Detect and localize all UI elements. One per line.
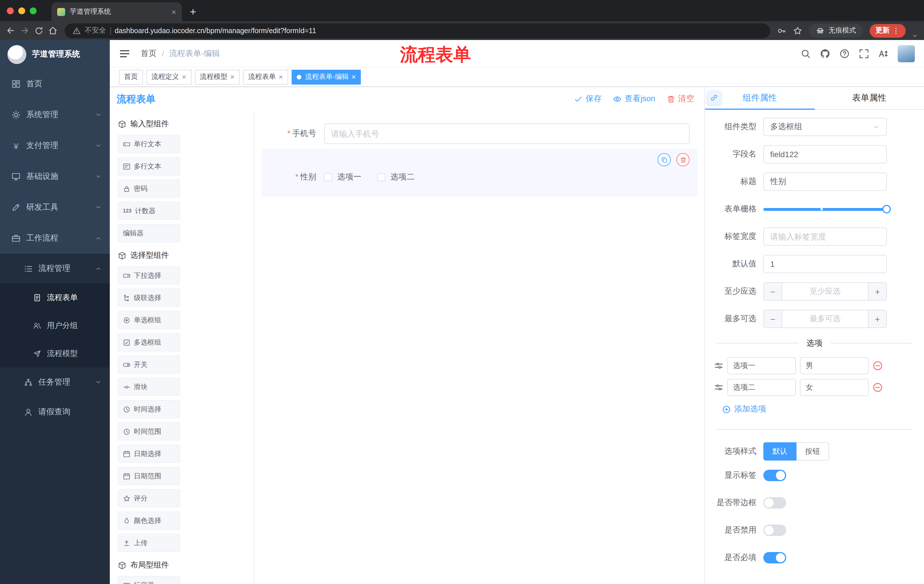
- close-icon[interactable]: ×: [182, 73, 186, 81]
- palette-item-counter[interactable]: 123计数器: [118, 202, 180, 220]
- reload-icon[interactable]: [34, 26, 43, 35]
- palette-item-color[interactable]: 颜色选择: [118, 512, 180, 530]
- palette-item-date[interactable]: 日期选择: [118, 444, 180, 463]
- clear-button[interactable]: 清空: [667, 94, 694, 104]
- breadcrumb-home[interactable]: 首页: [141, 48, 157, 59]
- increase-button[interactable]: +: [868, 310, 886, 327]
- palette-item-rate[interactable]: 评分: [118, 489, 180, 507]
- palette-item-password[interactable]: 密码: [118, 179, 180, 198]
- field-name-input[interactable]: [763, 145, 887, 163]
- add-option-button[interactable]: 添加选项: [722, 404, 916, 414]
- style-default-button[interactable]: 默认: [763, 442, 797, 461]
- sidebar-item-infra[interactable]: 基础设施: [0, 161, 110, 192]
- label-width-input[interactable]: [763, 227, 887, 246]
- canvas-field-phone[interactable]: *手机号: [261, 123, 698, 144]
- tag-process-form[interactable]: 流程表单×: [243, 69, 288, 84]
- palette-item-multi-text[interactable]: 多行文本: [118, 157, 180, 175]
- sidebar-item-process-form[interactable]: 流程表单: [0, 283, 110, 311]
- decrease-button[interactable]: −: [764, 283, 782, 300]
- style-button-button[interactable]: 按钮: [797, 442, 829, 461]
- palette-item-editor[interactable]: 编辑器: [118, 224, 180, 242]
- palette-item-select[interactable]: 下拉选择: [118, 266, 180, 285]
- palette-item-checkbox-group[interactable]: 多选框组: [118, 333, 180, 351]
- palette-item-date-range[interactable]: 日期范围: [118, 467, 180, 485]
- sidebar-item-system[interactable]: 系统管理: [0, 99, 110, 130]
- browser-tab[interactable]: 芋道管理系统 ×: [51, 2, 182, 21]
- new-tab-button[interactable]: +: [190, 6, 196, 17]
- tab-component-props[interactable]: 组件属性: [705, 87, 815, 109]
- sidebar-item-process-model[interactable]: 流程模型: [0, 339, 110, 367]
- palette-item-upload[interactable]: 上传: [118, 534, 180, 552]
- sidebar-item-leave-query[interactable]: 请假查询: [0, 397, 110, 427]
- drag-handle-icon[interactable]: [714, 383, 723, 392]
- back-icon[interactable]: [6, 26, 15, 35]
- tag-process-definition[interactable]: 流程定义×: [146, 69, 191, 84]
- forward-icon[interactable]: [20, 26, 30, 35]
- tag-home[interactable]: 首页: [119, 69, 143, 84]
- user-avatar[interactable]: [898, 45, 915, 62]
- palette-item-single-text[interactable]: 单行文本: [118, 135, 180, 153]
- view-json-button[interactable]: 查看json: [613, 94, 655, 104]
- max-select-placeholder[interactable]: 最多可选: [782, 310, 868, 327]
- search-icon[interactable]: [800, 48, 811, 59]
- sidebar-item-devtools[interactable]: 研发工具: [0, 192, 110, 223]
- checkbox-option-1[interactable]: 选项一: [324, 172, 361, 182]
- copy-component-button[interactable]: [658, 153, 671, 166]
- component-type-select[interactable]: 多选框组: [763, 118, 887, 136]
- tab-form-props[interactable]: 表单属性: [815, 87, 924, 109]
- update-menu-chevron-icon[interactable]: [911, 32, 918, 39]
- sidebar-item-user-group[interactable]: 用户分组: [0, 311, 110, 339]
- sidebar-item-task-mgmt[interactable]: 任务管理: [0, 367, 110, 397]
- canvas-field-gender-selected[interactable]: *性别 选项一 选项二: [261, 148, 698, 197]
- checkbox-option-2[interactable]: 选项二: [377, 172, 414, 182]
- show-label-toggle[interactable]: [763, 470, 786, 481]
- border-toggle[interactable]: [763, 497, 786, 508]
- save-button[interactable]: 保存: [574, 94, 602, 104]
- update-button[interactable]: 更新: [870, 24, 906, 38]
- close-icon[interactable]: ×: [351, 73, 356, 81]
- window-minimize-button[interactable]: [18, 7, 25, 14]
- not-secure-warning-icon[interactable]: [73, 26, 81, 35]
- required-toggle[interactable]: [763, 552, 786, 563]
- window-close-button[interactable]: [7, 7, 14, 14]
- fullscreen-icon[interactable]: [859, 48, 869, 59]
- phone-input[interactable]: [324, 123, 690, 144]
- bookmark-star-icon[interactable]: [793, 26, 802, 35]
- home-icon[interactable]: [48, 26, 58, 35]
- remove-option-icon[interactable]: [873, 382, 883, 393]
- help-icon[interactable]: [839, 48, 850, 59]
- github-icon[interactable]: [820, 48, 830, 59]
- decrease-button[interactable]: −: [764, 310, 782, 327]
- font-size-icon[interactable]: [878, 48, 889, 59]
- address-bar[interactable]: 不安全 dashboard.yudao.iocoder.cn/bpm/manag…: [64, 23, 770, 38]
- palette-item-cascader[interactable]: 级联选择: [118, 289, 180, 307]
- option-label-input[interactable]: [727, 379, 796, 396]
- password-key-icon[interactable]: [777, 26, 786, 35]
- delete-component-button[interactable]: [676, 153, 690, 166]
- sidebar-item-home[interactable]: 首页: [0, 69, 110, 99]
- tab-close-icon[interactable]: ×: [172, 8, 176, 16]
- form-grid-slider[interactable]: [763, 200, 887, 218]
- palette-item-time[interactable]: 时间选择: [118, 400, 180, 418]
- increase-button[interactable]: +: [868, 283, 886, 300]
- option-value-input[interactable]: [800, 379, 868, 396]
- palette-item-row-container[interactable]: 行容器: [118, 576, 180, 584]
- palette-item-time-range[interactable]: 时间范围: [118, 422, 180, 441]
- palette-item-radio-group[interactable]: 单选框组: [118, 311, 180, 329]
- min-select-placeholder[interactable]: 至少应选: [782, 283, 868, 300]
- slider-handle[interactable]: [882, 205, 891, 214]
- incognito-badge[interactable]: 无痕模式: [809, 24, 863, 38]
- title-input[interactable]: [763, 173, 887, 191]
- close-icon[interactable]: ×: [230, 73, 234, 81]
- option-value-input[interactable]: [800, 357, 868, 374]
- remove-option-icon[interactable]: [873, 360, 883, 371]
- option-label-input[interactable]: [727, 357, 796, 374]
- sidebar-item-payment[interactable]: ¥ 支付管理: [0, 130, 110, 161]
- hamburger-icon[interactable]: [119, 48, 130, 59]
- sidebar-item-workflow[interactable]: 工作流程: [0, 223, 110, 254]
- default-value-input[interactable]: [763, 255, 887, 273]
- tag-process-form-edit[interactable]: 流程表单-编辑×: [292, 69, 361, 84]
- disabled-toggle[interactable]: [763, 525, 786, 536]
- tag-process-model[interactable]: 流程模型×: [195, 69, 239, 84]
- sidebar-item-process-mgmt[interactable]: 流程管理: [0, 254, 110, 283]
